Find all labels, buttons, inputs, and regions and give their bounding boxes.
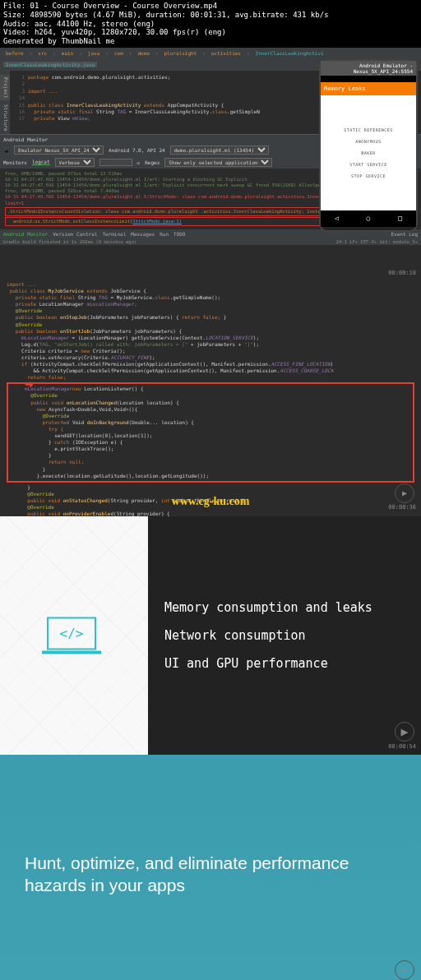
file-metadata: File: 01 - Course Overview - Course Over… (0, 0, 421, 48)
breadcrumb: before› src› main› java› com› demo› plur… (0, 48, 421, 59)
slide-topics: </> Memory consumption and leaks Network… (0, 516, 421, 755)
file-tab[interactable]: InnerClassLeakingActivity.java (3, 62, 97, 67)
android-emulator[interactable]: Android Emulator - Nexus_5X_API_24:5554 … (319, 59, 418, 232)
play-icon[interactable]: ▶ (395, 960, 414, 980)
watermark: www.cg-ku.com (172, 494, 250, 510)
project-tab[interactable]: Project (0, 75, 10, 100)
ide-panel-1: before› src› main› java› com› demo› plur… (0, 48, 421, 278)
process-select[interactable]: demo.pluralsight.ml (13454) (170, 146, 269, 155)
btn-anonymous[interactable]: ANONYMOUS (355, 139, 382, 144)
laptop-icon: </> (47, 617, 101, 654)
recent-icon[interactable]: □ (398, 215, 402, 222)
home-icon[interactable]: ○ (367, 215, 371, 222)
crumb-before[interactable]: before (3, 50, 26, 56)
monitor-title: Android Monitor (3, 136, 48, 142)
timestamp: 00:00:18 (388, 270, 416, 276)
code-highlight-box: mLocationManagernew LocationListener() {… (7, 382, 414, 482)
app-filter[interactable]: Show only selected application (164, 158, 272, 167)
btn-static-refs[interactable]: STATIC REFERENCES (344, 127, 393, 132)
btn-start-service[interactable]: START SERVICE (349, 162, 387, 167)
back-icon[interactable]: ◁ (335, 215, 339, 222)
structure-tab[interactable]: Structure (0, 102, 10, 134)
app-title: Memory Leaks (321, 82, 416, 95)
filter-input[interactable] (99, 159, 132, 166)
timestamp: 00:00:54 (388, 743, 416, 750)
device-select[interactable]: Emulator Nexus_5X_API_24 (14, 146, 104, 155)
tagline-text: Hunt, optimize, and eliminate performanc… (25, 852, 396, 897)
ide-panel-2: import ... public class MyJobService ext… (0, 278, 421, 516)
play-icon[interactable]: ▶ (395, 722, 414, 742)
btn-stop-service[interactable]: STOP SERVICE (351, 173, 386, 178)
topic-memory: Memory consumption and leaks (164, 600, 405, 615)
status-bar: Gradle build finished in 1s 292ms (6 min… (0, 238, 421, 245)
tool-sidebar: Project Structure (0, 71, 10, 134)
log-level[interactable]: Verbose (55, 158, 95, 167)
topic-network: Network consumption (164, 628, 405, 643)
slide-tagline: Hunt, optimize, and eliminate performanc… (0, 755, 421, 980)
topic-ui-gpu: UI and GPU performance (164, 656, 405, 671)
timestamp: 00:00:36 (388, 504, 416, 511)
arrow-icon: ➜ (25, 375, 34, 395)
play-icon[interactable]: ▶ (395, 483, 414, 503)
btn-baker[interactable]: BAKER (361, 150, 376, 155)
android-nav: ◁ ○ □ (321, 210, 416, 227)
